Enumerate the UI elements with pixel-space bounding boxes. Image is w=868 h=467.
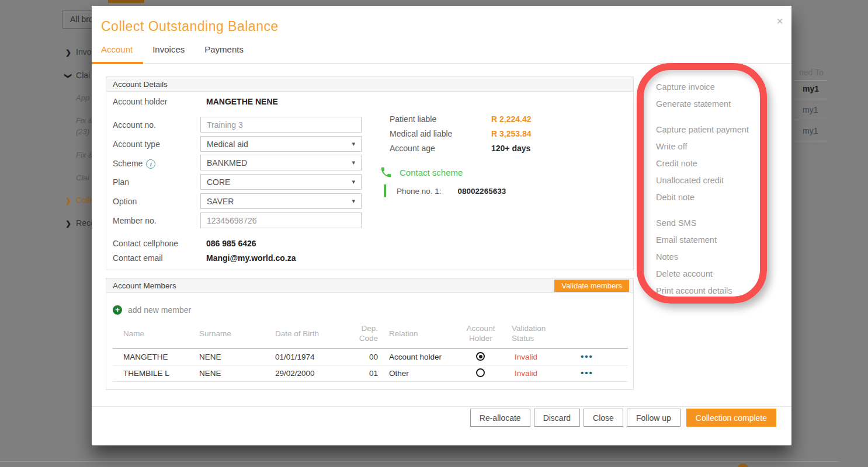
contact-cellphone-label: Contact cellphone [113, 239, 178, 248]
col-account-holder: AccountHolder [464, 323, 498, 343]
collection-complete-button[interactable]: Collection complete [686, 409, 776, 427]
background-row-assignee: my1 [803, 105, 818, 114]
plan-label: Plan [113, 177, 129, 187]
add-new-member-link[interactable]: + add new member [113, 305, 191, 315]
table-header-divider [113, 348, 628, 349]
green-bar [384, 184, 386, 197]
active-tab-underline [92, 62, 143, 64]
account-members-header: Account Members Validate members [106, 278, 633, 293]
background-nav-invoices[interactable]: ❯Invoi [65, 47, 93, 57]
account-holder-radio[interactable] [476, 368, 485, 377]
member-name: MANGETHE [123, 353, 168, 361]
background-nav-sub-claim[interactable]: Clai [76, 173, 89, 182]
option-select[interactable]: SAVER ▾ [200, 193, 362, 209]
account-type-select[interactable]: Medical aid ▾ [200, 136, 362, 152]
scheme-phone-row: Phone no. 1: 08002265633 [384, 184, 506, 197]
tab-payments[interactable]: Payments [204, 44, 244, 61]
action-notes[interactable]: Notes [656, 248, 779, 265]
account-holder-label: Account holder [113, 97, 167, 106]
col-relation: Relation [389, 329, 418, 339]
action-write-off[interactable]: Write off [656, 138, 779, 155]
footer-divider [92, 406, 791, 407]
member-dep-code: 00 [355, 353, 378, 361]
col-dob: Date of Birth [275, 329, 319, 339]
background-bottom-divider [0, 461, 839, 462]
dialog-title: Collect Outstanding Balance [101, 19, 279, 34]
chevron-down-icon: ❯ [64, 73, 72, 79]
row-actions-icon[interactable]: ••• [581, 368, 593, 378]
re-allocate-button[interactable]: Re-allocate [470, 409, 530, 427]
action-print-account-details[interactable]: Print account details [656, 282, 779, 299]
divider [794, 99, 827, 99]
info-icon[interactable]: i [146, 159, 155, 169]
divider [794, 120, 827, 120]
action-generate-statement[interactable]: Generate statement [656, 95, 779, 112]
background-row-assignee: my1 [803, 126, 818, 135]
member-surname: NENE [199, 369, 221, 378]
background-nav-sub-fix1-count: (23) [76, 127, 89, 136]
member-surname: NENE [199, 353, 221, 361]
phone-number-label: Phone no. 1: [397, 187, 442, 196]
contact-scheme-link[interactable]: Contact scheme [380, 166, 463, 179]
tabs-divider [92, 63, 791, 64]
account-members-title: Account Members [113, 281, 176, 290]
contact-email-label: Contact email [113, 253, 163, 263]
action-unallocated-credit[interactable]: Unallocated credit [656, 172, 779, 189]
action-capture-invoice[interactable]: Capture invoice [656, 78, 779, 95]
discard-button[interactable]: Discard [534, 409, 580, 427]
background-nav-reco[interactable]: ❯Reco [65, 218, 95, 228]
account-type-value: Medical aid [207, 140, 248, 149]
patient-liable-label: Patient liable [390, 114, 436, 124]
action-capture-patient-payment[interactable]: Capture patient payment [656, 121, 779, 138]
plan-select[interactable]: CORE ▾ [200, 174, 362, 190]
patient-liable-value: R 2,224.42 [491, 114, 532, 124]
action-email-statement[interactable]: Email statement [656, 231, 779, 248]
chevron-right-icon: ❯ [65, 48, 71, 57]
col-surname: Surname [199, 329, 231, 339]
follow-up-button[interactable]: Follow up [627, 409, 680, 427]
account-details-header: Account Details [106, 77, 633, 92]
close-icon[interactable]: × [776, 15, 783, 27]
close-button[interactable]: Close [584, 409, 623, 427]
row-divider [113, 381, 628, 382]
account-holder-radio[interactable] [476, 352, 485, 361]
add-new-member-label: add new member [128, 305, 191, 315]
plan-value: CORE [207, 177, 230, 187]
medical-aid-liable-value: R 3,253.84 [491, 129, 532, 138]
background-fab-partial [737, 463, 749, 467]
member-no-input[interactable] [200, 212, 362, 228]
validation-status: Invalid [515, 353, 537, 361]
contact-email-value: Mangi@my.world.co.za [206, 253, 296, 263]
action-credit-note[interactable]: Credit note [656, 155, 779, 172]
row-actions-icon[interactable]: ••• [581, 351, 593, 361]
background-top-orange-bar [108, 0, 144, 3]
chevron-down-icon: ▾ [352, 178, 355, 186]
account-age-value: 120+ days [491, 144, 530, 153]
background-nav-collect[interactable]: ❯Colle [65, 196, 95, 205]
background-column-assigned-to: ned To [799, 68, 824, 77]
scheme-select[interactable]: BANKMED ▾ [200, 155, 362, 170]
action-send-sms[interactable]: Send SMS [656, 214, 779, 231]
member-name: THEMBILE L [123, 369, 169, 378]
tab-account[interactable]: Account [101, 44, 133, 61]
member-no-label: Member no. [113, 216, 157, 225]
background-nav-sub-fix1[interactable]: Fix & [76, 116, 93, 125]
background-nav-sub-fix2[interactable]: Fix & [76, 151, 93, 159]
background-nav-claims[interactable]: ❯Clai [65, 71, 90, 80]
row-divider [113, 365, 628, 365]
scheme-label: Schemei [113, 159, 155, 169]
divider [794, 80, 827, 81]
action-delete-account[interactable]: Delete account [656, 265, 779, 282]
validate-members-button[interactable]: Validate members [554, 280, 629, 292]
validation-status: Invalid [515, 369, 537, 378]
dialog-footer: Re-allocate Discard Close Follow up Coll… [92, 409, 791, 427]
add-icon: + [113, 305, 122, 315]
action-debit-note[interactable]: Debit note [656, 189, 779, 205]
account-no-input[interactable] [200, 117, 362, 133]
collect-outstanding-balance-dialog: × Collect Outstanding Balance Account In… [92, 6, 791, 445]
chevron-down-icon: ▾ [352, 197, 355, 205]
background-nav-sub-app[interactable]: App [76, 93, 89, 102]
account-details-title: Account Details [113, 80, 168, 89]
account-members-panel: Account Members Validate members + add n… [106, 278, 634, 390]
tab-invoices[interactable]: Invoices [152, 44, 185, 61]
